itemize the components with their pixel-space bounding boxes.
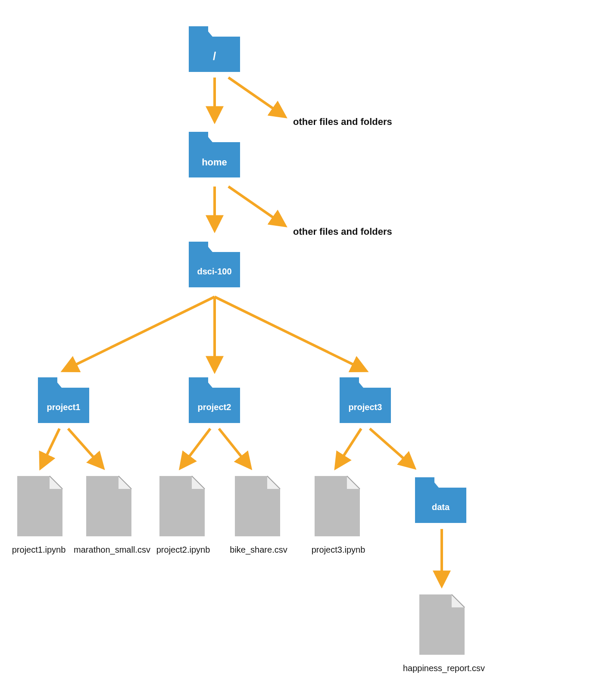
- folder-icon: [185, 375, 243, 426]
- file-icon: [233, 474, 282, 538]
- folder-data: data: [412, 475, 470, 528]
- file-happiness-csv: [417, 592, 467, 659]
- svg-line-1: [228, 78, 284, 116]
- file-marathon-csv: [84, 474, 134, 540]
- svg-rect-16: [189, 242, 208, 249]
- file-icon: [15, 474, 65, 538]
- folder-icon: [185, 24, 243, 75]
- file-project2-ipynb-label: project2.ipynb: [140, 545, 226, 555]
- file-project2-ipynb: [157, 474, 207, 540]
- file-icon: [312, 474, 362, 538]
- file-icon: [84, 474, 134, 538]
- svg-line-4: [64, 297, 215, 370]
- other-files-label-2: other files and folders: [293, 226, 392, 237]
- file-project1-ipynb: [15, 474, 65, 540]
- folder-home: home: [185, 129, 243, 183]
- folder-project1: project1: [34, 375, 93, 428]
- svg-line-6: [215, 297, 365, 370]
- file-icon: [157, 474, 207, 538]
- svg-line-12: [370, 429, 414, 467]
- file-project3-ipynb: [312, 474, 362, 540]
- file-icon: [417, 592, 467, 657]
- other-files-label-1: other files and folders: [293, 116, 392, 128]
- arrows-layer: [0, 0, 590, 700]
- folder-root: /: [185, 24, 243, 77]
- folder-icon: [185, 129, 243, 181]
- file-happiness-csv-label: happiness_report.csv: [392, 663, 496, 673]
- folder-icon: [412, 475, 470, 526]
- folder-project2: project2: [185, 375, 243, 428]
- folder-project3: project3: [336, 375, 394, 428]
- svg-line-10: [219, 429, 250, 467]
- file-bikeshare-csv: [233, 474, 282, 540]
- svg-line-3: [228, 187, 284, 225]
- svg-rect-17: [38, 377, 57, 385]
- folder-dsci100: dsci-100: [185, 239, 243, 292]
- file-bikeshare-csv-label: bike_share.csv: [215, 545, 302, 555]
- svg-rect-20: [415, 477, 434, 485]
- folder-icon: [185, 239, 243, 291]
- svg-rect-15: [189, 132, 208, 140]
- svg-rect-14: [189, 26, 208, 34]
- svg-line-11: [336, 429, 361, 467]
- filesystem-tree-diagram: / home dsci-100 project1 project2: [0, 0, 590, 700]
- file-project3-ipynb-label: project3.ipynb: [295, 545, 381, 555]
- svg-line-8: [68, 429, 103, 467]
- svg-line-9: [181, 429, 210, 467]
- svg-line-7: [41, 429, 59, 467]
- folder-icon: [34, 375, 93, 426]
- svg-rect-18: [189, 377, 208, 385]
- svg-rect-19: [340, 377, 359, 385]
- folder-icon: [336, 375, 394, 426]
